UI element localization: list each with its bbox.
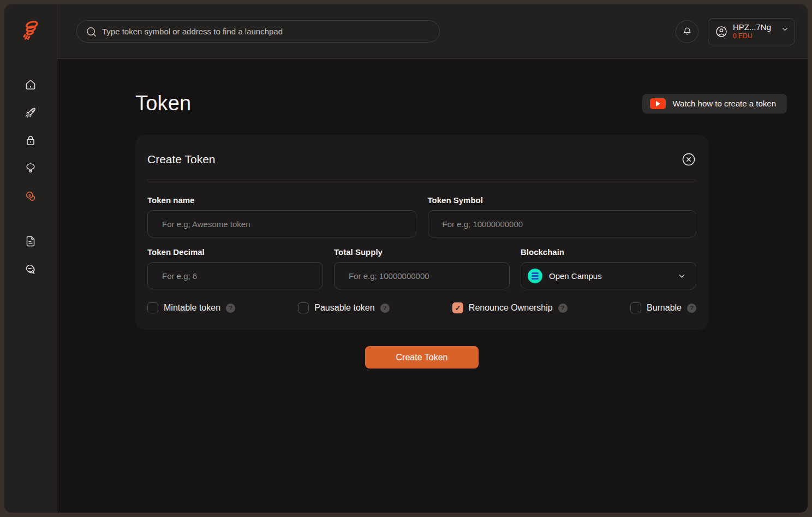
token-options-row: Mintable token ? Pausable token ? Renoun… [147,302,696,313]
mintable-token-checkbox[interactable] [147,302,158,313]
youtube-icon [650,98,666,109]
wallet-address: HPZ...7Ng [733,22,771,33]
renounce-ownership-option[interactable]: Renounce Ownership ? [452,302,568,313]
home-icon [24,78,37,93]
token-decimal-field-group: Token Decimal [147,247,323,289]
token-symbol-label: Token Symbol [428,195,697,205]
search-bar[interactable] [76,20,440,43]
app-window: $ [4,4,808,513]
page-title: Token [135,92,191,115]
renounce-ownership-checkbox[interactable] [452,302,463,313]
sidebar: $ [4,4,57,513]
main-content: Token Watch how to create a token Create… [57,59,808,513]
create-token-button[interactable]: Create Token [365,346,479,369]
renounce-ownership-label: Renounce Ownership [469,303,553,313]
burnable-option[interactable]: Burnable ? [630,302,696,313]
help-icon[interactable]: ? [226,304,235,313]
mintable-token-label: Mintable token [164,303,220,313]
sidebar-nav: $ [24,59,37,277]
svg-text:$: $ [28,193,31,198]
burnable-label: Burnable [647,303,682,313]
sidebar-item-home[interactable] [24,79,37,92]
app-logo[interactable] [4,4,57,59]
blockchain-field-group: Blockchain Open Campus [521,247,696,289]
pausable-token-checkbox[interactable] [298,302,309,313]
user-avatar-icon [715,25,728,38]
token-symbol-field-group: Token Symbol [428,195,697,237]
card-divider [147,180,696,180]
rocket-icon [24,106,37,121]
search-icon [85,26,98,38]
token-name-input[interactable] [147,210,416,237]
blockchain-label: Blockchain [521,247,696,257]
total-supply-field-group: Total Supply [334,247,510,289]
account-menu[interactable]: HPZ...7Ng 0 EDU [708,18,795,45]
blockchain-selected-value: Open Campus [549,271,671,281]
total-supply-label: Total Supply [334,247,510,257]
chevron-down-icon [781,26,789,33]
watch-tutorial-label: Watch how to create a token [672,99,776,108]
wallet-balance: 0 EDU [733,32,771,40]
open-campus-icon [528,269,542,283]
total-supply-input[interactable] [334,262,510,289]
close-icon [681,152,696,167]
token-decimal-input[interactable] [147,262,323,289]
token-name-label: Token name [147,195,416,205]
top-header: HPZ...7Ng 0 EDU [57,4,808,59]
token-name-field-group: Token name [147,195,416,237]
sidebar-item-docs[interactable] [24,236,37,249]
close-card-button[interactable] [681,152,696,167]
token-symbol-input[interactable] [428,210,697,237]
mintable-token-option[interactable]: Mintable token ? [147,302,235,313]
sidebar-item-launchpad[interactable] [24,107,37,120]
coins-icon: $ [24,189,37,205]
notifications-button[interactable] [676,20,698,43]
blockchain-select[interactable]: Open Campus [521,262,696,289]
chat-icon [24,263,37,278]
airdrop-icon [24,162,37,177]
burnable-checkbox[interactable] [630,302,641,313]
lock-icon [24,134,37,149]
create-token-card: Create Token Token name Token Symbol [135,135,708,330]
pausable-token-option[interactable]: Pausable token ? [298,302,389,313]
help-icon[interactable]: ? [558,304,568,313]
sidebar-item-lock[interactable] [24,135,37,148]
sidebar-item-airdrop[interactable] [24,163,37,176]
pausable-token-label: Pausable token [314,303,374,313]
help-icon[interactable]: ? [380,304,390,313]
search-input[interactable] [77,21,439,42]
chevron-down-icon [678,272,686,280]
watch-tutorial-button[interactable]: Watch how to create a token [642,94,787,114]
sidebar-item-token[interactable]: $ [24,191,37,204]
bell-icon [682,26,692,37]
document-icon [24,235,37,250]
card-title: Create Token [147,153,216,166]
help-icon[interactable]: ? [687,304,696,313]
tornado-logo-icon [19,19,42,44]
token-decimal-label: Token Decimal [147,247,323,257]
sidebar-item-support[interactable] [24,264,37,277]
